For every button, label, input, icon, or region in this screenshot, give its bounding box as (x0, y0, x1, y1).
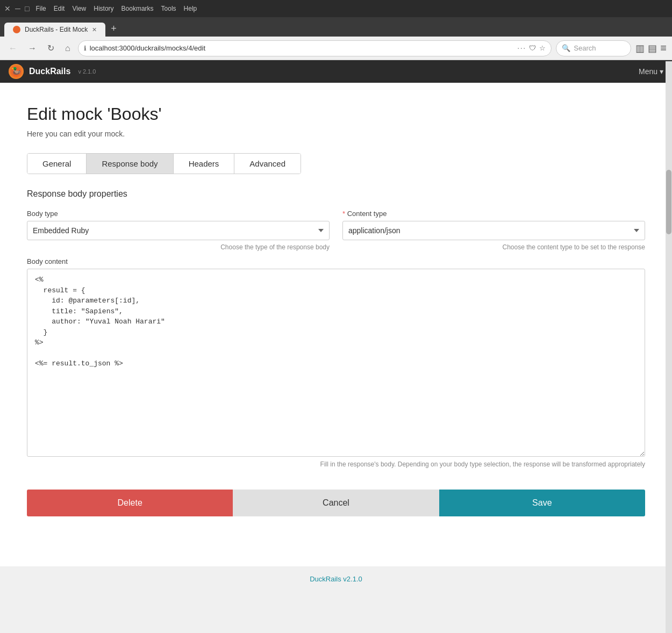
tab-response-body[interactable]: Response body (87, 154, 173, 174)
close-window-btn[interactable]: ✕ (4, 4, 11, 13)
body-content-editor[interactable]: <% result = { id: @parameters[:id], titl… (27, 269, 645, 457)
search-placeholder: Search (574, 44, 596, 52)
cancel-button[interactable]: Cancel (233, 490, 439, 516)
new-tab-button[interactable]: + (105, 20, 122, 37)
menu-edit[interactable]: Edit (54, 5, 65, 12)
content-type-select[interactable]: application/json text/html text/plain ap… (342, 221, 645, 240)
app-header-right: Menu ▾ (639, 67, 663, 76)
app-logo: 🦆 (9, 64, 24, 79)
hamburger-menu-icon[interactable]: ≡ (660, 42, 667, 54)
address-text: localhost:3000/duckrails/mocks/4/edit (90, 44, 514, 52)
search-bar[interactable]: 🔍 Search (556, 40, 631, 56)
menu-bookmarks[interactable]: Bookmarks (121, 5, 154, 12)
app-menu-button[interactable]: Menu ▾ (639, 67, 663, 76)
forward-button[interactable]: → (25, 41, 40, 55)
maximize-window-btn[interactable]: □ (25, 4, 29, 13)
back-button[interactable]: ← (5, 41, 20, 55)
sidebar-toggle-icon[interactable]: ▥ (635, 42, 645, 54)
body-content-label: Body content (27, 257, 645, 265)
search-icon: 🔍 (562, 44, 570, 52)
content-type-field: * Content type application/json text/htm… (342, 210, 645, 251)
app-name: DuckRails (29, 67, 70, 76)
active-tab[interactable]: DuckRails - Edit Mock ✕ (4, 23, 105, 37)
page-subtitle: Here you can edit your mock. (27, 130, 645, 138)
extra-dots[interactable]: ··· (517, 44, 526, 53)
app-header: 🦆 DuckRails v 2.1.0 Menu ▾ (0, 60, 672, 83)
minimize-window-btn[interactable]: ─ (15, 4, 20, 13)
bookmark-icon[interactable]: ☆ (539, 44, 546, 52)
browser-navbar: ← → ↻ ⌂ ℹ localhost:3000/duckrails/mocks… (0, 37, 672, 60)
body-content-field: Body content <% result = { id: @paramete… (27, 257, 645, 468)
page-title: Edit mock 'Books' (27, 104, 645, 124)
form-row-body-type-content-type: Body type Embedded Ruby Static JSON Choo… (27, 210, 645, 251)
main-content: Edit mock 'Books' Here you can edit your… (0, 83, 672, 566)
content-type-label: * Content type (342, 210, 645, 218)
delete-button[interactable]: Delete (27, 490, 233, 516)
menu-file[interactable]: File (35, 5, 46, 12)
tab-close-btn[interactable]: ✕ (92, 26, 97, 33)
menu-view[interactable]: View (72, 5, 86, 12)
footer-link[interactable]: DuckRails v2.1.0 (310, 575, 362, 583)
address-bar[interactable]: ℹ localhost:3000/duckrails/mocks/4/edit … (78, 40, 552, 56)
body-type-select[interactable]: Embedded Ruby Static JSON (27, 221, 330, 240)
menu-arrow-icon: ▾ (660, 67, 663, 76)
scrollbar-thumb[interactable] (666, 170, 671, 234)
reader-mode-icon[interactable]: ▤ (648, 42, 657, 54)
save-button[interactable]: Save (439, 490, 645, 516)
body-type-field: Body type Embedded Ruby Static JSON Choo… (27, 210, 330, 251)
tab-general[interactable]: General (27, 154, 87, 174)
menu-label: Menu (639, 67, 657, 76)
browser-titlebar: ✕ ─ □ File Edit View History Bookmarks T… (0, 0, 672, 17)
content-type-required-marker: * (342, 210, 347, 218)
section-title: Response body properties (27, 189, 645, 199)
app-version: v 2.1.0 (78, 68, 96, 75)
browser-tabbar: DuckRails - Edit Mock ✕ + (0, 17, 672, 37)
menu-history[interactable]: History (94, 5, 113, 12)
action-row: Delete Cancel Save (27, 490, 645, 516)
body-content-hint: Fill in the response's body. Depending o… (27, 461, 645, 468)
browser-menu: File Edit View History Bookmarks Tools H… (35, 5, 197, 12)
tab-title: DuckRails - Edit Mock (25, 26, 88, 33)
tab-headers[interactable]: Headers (174, 154, 235, 174)
footer: DuckRails v2.1.0 (0, 566, 672, 592)
scrollbar[interactable] (666, 61, 672, 592)
home-button[interactable]: ⌂ (62, 41, 74, 55)
menu-tools[interactable]: Tools (161, 5, 176, 12)
address-info-icon: ℹ (84, 45, 87, 52)
body-type-label: Body type (27, 210, 330, 218)
pocket-icon[interactable]: 🛡 (529, 44, 536, 52)
window-controls[interactable]: ✕ ─ □ (4, 4, 29, 13)
nav-extras: ▥ ▤ ≡ (635, 42, 667, 54)
duck-icon: 🦆 (11, 67, 22, 77)
tab-bar: General Response body Headers Advanced (27, 153, 301, 174)
body-type-hint: Choose the type of the response body (27, 243, 330, 251)
content-type-hint: Choose the content type to be set to the… (342, 243, 645, 251)
reload-button[interactable]: ↻ (44, 41, 58, 55)
tab-advanced[interactable]: Advanced (234, 154, 301, 174)
menu-help[interactable]: Help (184, 5, 197, 12)
tab-favicon (13, 26, 20, 33)
content-type-label-text: Content type (347, 210, 387, 218)
